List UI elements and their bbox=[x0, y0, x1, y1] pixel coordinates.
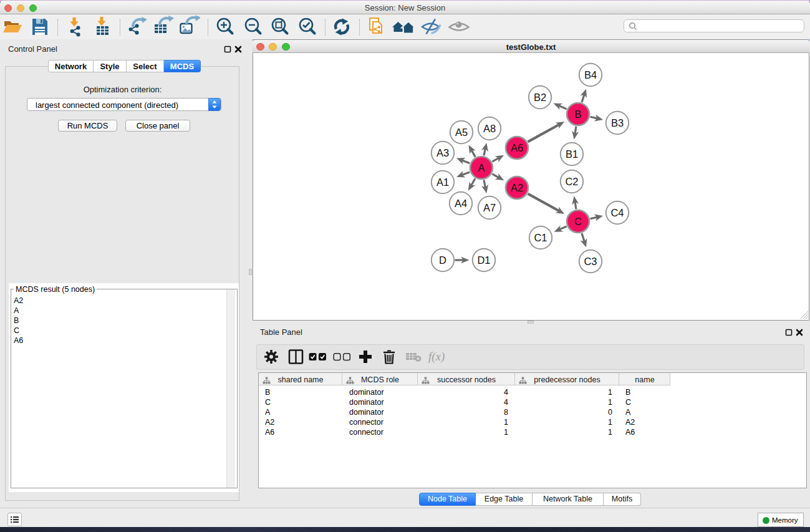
svg-text:C3: C3 bbox=[584, 256, 597, 267]
svg-text:D1: D1 bbox=[477, 254, 490, 266]
svg-text:B4: B4 bbox=[584, 69, 597, 80]
svg-text:B3: B3 bbox=[611, 117, 624, 128]
svg-text:C: C bbox=[574, 216, 582, 227]
svg-text:A4: A4 bbox=[455, 198, 467, 209]
svg-text:A2: A2 bbox=[511, 182, 523, 193]
svg-text:A6: A6 bbox=[511, 142, 523, 153]
svg-text:C1: C1 bbox=[534, 232, 547, 243]
svg-text:C4: C4 bbox=[610, 207, 624, 218]
svg-text:A: A bbox=[478, 162, 485, 173]
svg-text:D: D bbox=[439, 254, 446, 266]
svg-text:B2: B2 bbox=[534, 92, 546, 103]
svg-text:A7: A7 bbox=[483, 202, 496, 213]
svg-text:A5: A5 bbox=[455, 127, 468, 138]
svg-text:A8: A8 bbox=[483, 123, 496, 134]
svg-text:A3: A3 bbox=[436, 147, 449, 158]
svg-text:A1: A1 bbox=[436, 177, 449, 188]
svg-text:B1: B1 bbox=[566, 148, 578, 160]
svg-text:C2: C2 bbox=[565, 176, 578, 187]
svg-text:B: B bbox=[574, 109, 581, 120]
